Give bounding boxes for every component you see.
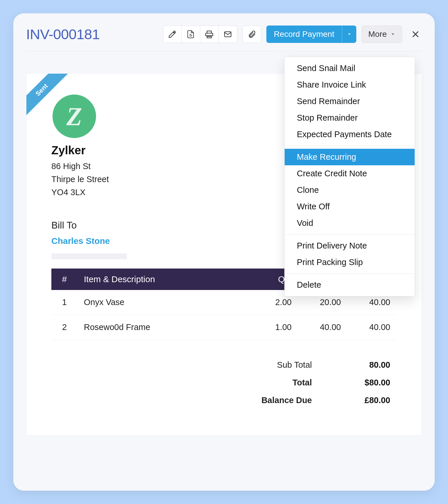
attachment-button[interactable] <box>243 26 261 43</box>
cell-rate: 40.00 <box>298 315 347 340</box>
print-button[interactable] <box>200 26 219 43</box>
mail-button[interactable] <box>219 26 237 43</box>
cell-qty: 1.00 <box>249 315 298 340</box>
menu-clone[interactable]: Clone <box>285 182 415 198</box>
menu-make-recurring[interactable]: Make Recurring <box>285 149 415 165</box>
more-dropdown: Send Snail Mail Share Invoice Link Send … <box>284 57 415 296</box>
menu-send-snail-mail[interactable]: Send Snail Mail <box>285 60 415 77</box>
menu-print-delivery-note[interactable]: Print Delivery Note <box>285 238 415 254</box>
invoice-number: INV-000181 <box>26 26 100 42</box>
cell-amount: 40.00 <box>347 315 397 340</box>
record-payment-button[interactable]: Record Payment <box>266 26 342 43</box>
totals-block: Sub Total 80.00 Total $80.00 Balance Due… <box>51 356 397 409</box>
close-button[interactable] <box>409 28 422 41</box>
caret-down-icon <box>390 32 395 37</box>
close-icon <box>411 30 420 39</box>
topbar: INV-000181 Record Payment <box>26 26 422 51</box>
cell-description: Rosewo0d Frame <box>77 315 249 340</box>
menu-write-off[interactable]: Write Off <box>285 198 415 215</box>
more-label: More <box>368 30 387 39</box>
menu-separator <box>285 273 415 274</box>
bill-to-name[interactable]: Charles Stone <box>51 236 127 246</box>
app-frame: INV-000181 Record Payment <box>13 13 435 491</box>
menu-separator <box>285 234 415 235</box>
record-payment-caret[interactable] <box>342 26 356 43</box>
table-row: 2 Rosewo0d Frame 1.00 40.00 40.00 <box>51 315 397 340</box>
cell-description: Onyx Vase <box>77 290 249 315</box>
menu-separator <box>285 146 415 146</box>
bill-to-label: Bill To <box>51 220 127 231</box>
total-row: Total $80.00 <box>51 374 397 391</box>
total-value: $80.00 <box>338 378 390 387</box>
subtotal-value: 80.00 <box>338 360 390 370</box>
balance-value: £80.00 <box>338 396 390 405</box>
cell-number: 1 <box>51 290 77 315</box>
caret-down-icon <box>347 32 352 37</box>
total-label: Total <box>236 378 312 387</box>
more-button[interactable]: More <box>362 26 402 43</box>
print-icon <box>205 30 214 39</box>
pdf-button[interactable] <box>182 26 200 43</box>
logo-letter: Z <box>66 102 82 131</box>
menu-void[interactable]: Void <box>285 215 415 231</box>
menu-stop-remainder[interactable]: Stop Remainder <box>285 110 415 126</box>
icon-button-group <box>163 26 237 43</box>
edit-button[interactable] <box>163 26 182 43</box>
bill-to-block: Bill To Charles Stone <box>51 220 127 259</box>
col-number: # <box>51 269 77 290</box>
subtotal-label: Sub Total <box>236 360 312 370</box>
menu-share-invoice-link[interactable]: Share Invoice Link <box>285 77 415 93</box>
menu-send-remainder[interactable]: Send Remainder <box>285 93 415 110</box>
pdf-icon <box>186 30 195 39</box>
record-payment-split-button: Record Payment <box>266 26 357 43</box>
subtotal-row: Sub Total 80.00 <box>51 356 397 374</box>
menu-print-packing-slip[interactable]: Print Packing Slip <box>285 254 415 271</box>
mail-icon <box>223 30 232 39</box>
menu-delete[interactable]: Delete <box>285 277 415 293</box>
balance-row: Balance Due £80.00 <box>51 391 397 409</box>
menu-create-credit-note[interactable]: Create Credit Note <box>285 165 415 182</box>
cell-number: 2 <box>51 315 77 340</box>
attachment-icon <box>248 30 256 39</box>
col-description: Item & Description <box>77 269 249 290</box>
placeholder-line <box>51 253 127 259</box>
menu-expected-payments-date[interactable]: Expected Payments Date <box>285 126 415 143</box>
balance-label: Balance Due <box>236 396 312 405</box>
edit-icon <box>168 30 177 39</box>
company-logo: Z <box>53 95 96 138</box>
